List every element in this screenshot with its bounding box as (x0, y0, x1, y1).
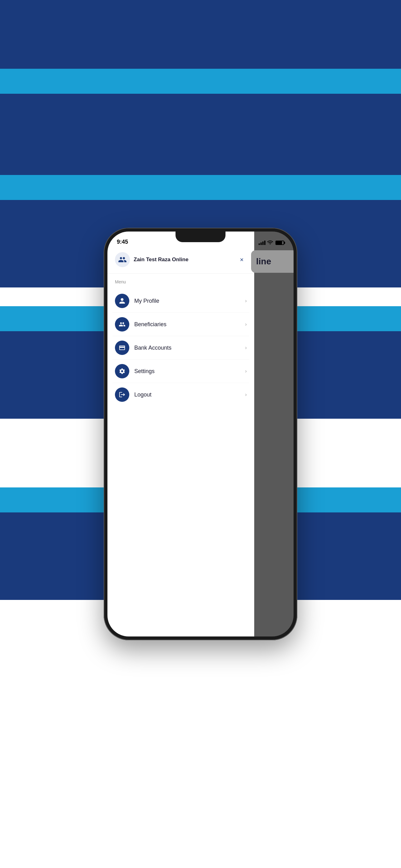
phone-notch (175, 231, 226, 242)
close-button[interactable]: × (237, 255, 247, 265)
menu-item-bank-accounts[interactable]: Bank Accounts › (112, 336, 249, 360)
logout-icon (119, 391, 126, 398)
bank-accounts-label: Bank Accounts (134, 345, 245, 351)
logout-icon-container (115, 388, 129, 402)
phone-frame: 9:45 (104, 228, 297, 640)
settings-icon-container (115, 364, 129, 378)
user-name: Zain Test Raza Online (134, 256, 188, 263)
status-icons (259, 240, 284, 245)
beneficiaries-icon (119, 321, 126, 328)
profile-icon-container (115, 294, 129, 308)
settings-icon (119, 368, 126, 375)
stripe-2 (0, 69, 401, 94)
user-avatar (115, 252, 130, 267)
stripe-1 (0, 0, 401, 69)
overlay-text: line (256, 256, 271, 266)
beneficiaries-chevron: › (245, 321, 247, 327)
beneficiaries-icon-container (115, 317, 129, 332)
menu-section-label: Menu (107, 274, 254, 287)
menu-item-my-profile[interactable]: My Profile › (112, 289, 249, 313)
beneficiaries-label: Beneficiaries (134, 321, 245, 328)
menu-panel: Zain Test Raza Online × Menu My Profile … (107, 231, 254, 637)
settings-chevron: › (245, 368, 247, 374)
logout-label: Logout (134, 392, 245, 398)
wifi-icon (267, 240, 273, 245)
phone-screen: 9:45 (107, 231, 294, 637)
logout-chevron: › (245, 392, 247, 398)
my-profile-label: My Profile (134, 298, 245, 304)
bank-accounts-chevron: › (245, 345, 247, 350)
menu-item-logout[interactable]: Logout › (112, 383, 249, 406)
menu-item-beneficiaries[interactable]: Beneficiaries › (112, 313, 249, 336)
battery-icon (275, 241, 284, 245)
signal-icon (259, 241, 265, 245)
my-profile-chevron: › (245, 298, 247, 304)
menu-header: Zain Test Raza Online × (107, 247, 254, 274)
profile-icon (119, 298, 126, 304)
bank-icon (119, 344, 126, 351)
overlay-content: line (251, 250, 294, 273)
overlay-panel: line (254, 231, 294, 637)
status-time: 9:45 (117, 239, 128, 245)
overlay-card: line (251, 250, 294, 273)
bank-icon-container (115, 341, 129, 355)
stripe-4 (0, 175, 401, 200)
stripe-3 (0, 94, 401, 175)
settings-label: Settings (134, 368, 245, 375)
header-left: Zain Test Raza Online (115, 252, 188, 267)
menu-item-settings[interactable]: Settings › (112, 360, 249, 383)
menu-items-list: My Profile › Beneficiaries › (107, 287, 254, 409)
